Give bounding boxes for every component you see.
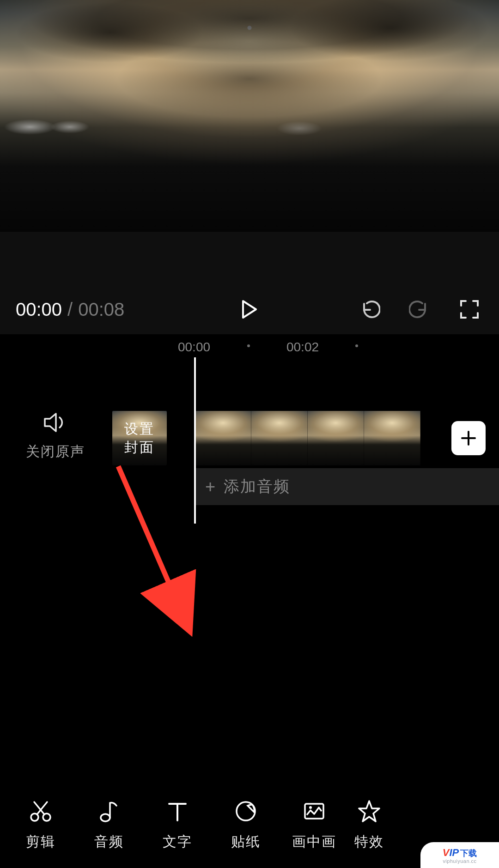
undo-button[interactable]	[356, 295, 383, 323]
add-audio-button[interactable]: + 添加音频	[195, 468, 499, 505]
add-audio-label: 添加音频	[224, 476, 290, 497]
tool-label: 音频	[94, 832, 124, 851]
set-cover-label: 设置 封面	[124, 420, 155, 457]
watermark-logo: V IP 下载	[443, 847, 477, 859]
redo-button[interactable]	[406, 295, 433, 323]
preview-frame-image	[0, 0, 499, 232]
timeline[interactable]: 关闭原声 设置 封面 + 添加音频	[0, 357, 499, 788]
undo-icon	[359, 299, 380, 320]
clip-frame[interactable]	[308, 411, 364, 465]
watermark-url: viphuiyuan.cc	[443, 858, 476, 864]
tool-label: 剪辑	[26, 832, 55, 851]
fullscreen-button[interactable]	[456, 295, 483, 323]
plus-icon: +	[205, 477, 215, 497]
time-total: 00:08	[78, 299, 124, 320]
star-icon	[356, 798, 382, 824]
pip-icon	[301, 798, 327, 824]
sticker-icon	[233, 798, 259, 824]
fullscreen-icon	[460, 300, 479, 319]
tool-label: 贴纸	[231, 832, 261, 851]
tool-text[interactable]: 文字	[143, 798, 212, 851]
playback-right-controls	[356, 295, 483, 323]
time-separator: /	[65, 299, 75, 320]
play-icon	[242, 300, 257, 319]
scissors-icon	[28, 798, 54, 824]
ruler-tick-dot	[247, 344, 250, 347]
mute-original-audio-button[interactable]: 关闭原声	[0, 411, 111, 461]
bottom-toolbar: 剪辑 音频 文字 贴纸 画中画 特效	[0, 798, 499, 851]
svg-line-0	[118, 466, 180, 609]
ruler-tick-dot	[355, 344, 358, 347]
tool-label: 画中画	[292, 832, 336, 851]
tool-audio[interactable]: 音频	[75, 798, 143, 851]
clip-frame[interactable]	[364, 411, 420, 465]
svg-point-6	[309, 806, 312, 809]
playback-bar: 00:00 / 00:08	[0, 291, 499, 328]
svg-point-3	[101, 814, 110, 821]
mute-label: 关闭原声	[0, 442, 111, 461]
playback-time: 00:00 / 00:08	[16, 299, 124, 320]
plus-icon	[460, 430, 477, 446]
tool-pip[interactable]: 画中画	[280, 798, 348, 851]
tool-edit[interactable]: 剪辑	[6, 798, 75, 851]
speaker-icon	[43, 411, 68, 434]
playback-panel: 00:00 / 00:08	[0, 232, 499, 334]
redo-icon	[409, 299, 430, 320]
video-preview[interactable]	[0, 0, 499, 232]
watermark: V IP 下载 viphuiyuan.cc	[420, 842, 499, 868]
timeline-ruler[interactable]: 00:00 00:02	[0, 334, 499, 357]
clip-frame[interactable]	[195, 411, 251, 465]
tool-label: 特效	[354, 832, 384, 851]
add-clip-button[interactable]	[451, 421, 486, 455]
time-current: 00:00	[16, 299, 62, 320]
clip-frame[interactable]	[251, 411, 308, 465]
ruler-label: 00:00	[178, 340, 210, 355]
playhead[interactable]	[194, 357, 196, 524]
set-cover-button[interactable]: 设置 封面	[112, 411, 167, 465]
play-button[interactable]	[236, 295, 263, 323]
music-icon	[96, 798, 122, 824]
tool-sticker[interactable]: 贴纸	[212, 798, 280, 851]
ruler-label: 00:02	[286, 340, 319, 355]
tool-label: 文字	[163, 832, 192, 851]
tool-effects[interactable]: 特效	[348, 798, 390, 851]
text-icon	[164, 798, 190, 824]
